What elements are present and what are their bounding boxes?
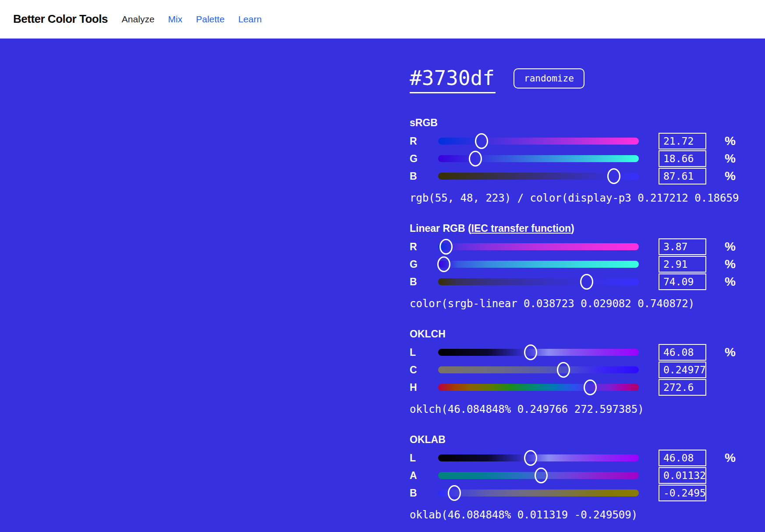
value-input-srgb-g[interactable]: 18.66 (659, 150, 706, 167)
value-input-srgb-b[interactable]: 87.61 (659, 168, 706, 184)
unit-label: % (725, 134, 744, 148)
slider-track-linear-rgb-b[interactable] (438, 278, 639, 285)
channel-label: H (410, 382, 438, 394)
slider-thumb[interactable] (584, 379, 597, 395)
section-title: OKLCH (410, 328, 751, 340)
nav-item-learn[interactable]: Learn (238, 14, 262, 25)
value-input-oklch-h[interactable]: 272.6 (659, 379, 706, 396)
color-preview-background: #3730df randomize sRGBR21.72%G18.66%B87.… (0, 39, 765, 532)
channel-label: B (410, 170, 438, 182)
nav-item-mix[interactable]: Mix (168, 14, 183, 25)
color-section-srgb: sRGBR21.72%G18.66%B87.61%rgb(55, 48, 223… (410, 117, 751, 205)
unit-label: % (725, 257, 744, 271)
slider-track-oklch-c[interactable] (438, 366, 639, 373)
value-input-oklch-l[interactable]: 46.08 (659, 344, 706, 361)
unit-label: % (725, 240, 744, 254)
channel-label: B (410, 276, 438, 288)
slider-thumb[interactable] (580, 274, 593, 290)
channel-label: C (410, 364, 438, 376)
slider-thumb[interactable] (607, 168, 620, 184)
section-title: sRGB (410, 117, 751, 129)
slider-thumb[interactable] (535, 468, 548, 483)
channel-label: L (410, 452, 438, 464)
value-input-oklab-a[interactable]: 0.01132 (659, 467, 706, 484)
channel-row-linear-rgb-b: B74.09% (410, 273, 751, 291)
channel-label: G (410, 259, 438, 270)
channel-row-oklab-a: A0.01132 (410, 467, 751, 484)
value-input-oklch-c[interactable]: 0.24977 (659, 362, 706, 378)
nav-item-analyze[interactable]: Analyze (122, 14, 155, 25)
converter-sections: sRGBR21.72%G18.66%B87.61%rgb(55, 48, 223… (410, 117, 751, 521)
slider-thumb[interactable] (469, 151, 482, 167)
channel-label: B (410, 487, 438, 499)
slider-track-srgb-b[interactable] (438, 173, 639, 180)
slider-thumb[interactable] (448, 485, 461, 501)
css-output-oklch: oklch(46.084848% 0.249766 272.597385) (410, 403, 751, 416)
css-output-srgb: rgb(55, 48, 223) / color(display-p3 0.21… (410, 192, 751, 205)
unit-label: % (725, 275, 744, 289)
hex-input[interactable]: #3730df (410, 66, 496, 93)
channel-label: A (410, 470, 438, 482)
slider-track-oklab-b[interactable] (438, 489, 639, 497)
color-section-linear-rgb: Linear RGB (IEC transfer function)R3.87%… (410, 222, 751, 310)
slider-track-oklab-a[interactable] (438, 472, 639, 479)
unit-label: % (725, 169, 744, 183)
slider-thumb[interactable] (524, 344, 537, 360)
channel-row-linear-rgb-g: G2.91% (410, 255, 751, 273)
randomize-button[interactable]: randomize (514, 68, 584, 89)
section-title: Linear RGB (IEC transfer function) (410, 222, 751, 234)
slider-track-oklab-l[interactable] (438, 454, 639, 461)
slider-thumb[interactable] (524, 450, 537, 466)
css-output-linear-rgb: color(srgb-linear 0.038723 0.029082 0.74… (410, 297, 751, 310)
section-title-link[interactable]: IEC transfer function (471, 223, 571, 234)
channel-label: R (410, 135, 438, 147)
value-input-srgb-r[interactable]: 21.72 (659, 133, 706, 149)
unit-label: % (725, 152, 744, 166)
channel-row-srgb-r: R21.72% (410, 132, 751, 150)
hex-row: #3730df randomize (410, 66, 751, 100)
slider-thumb[interactable] (439, 239, 453, 255)
css-output-oklab: oklab(46.084848% 0.011319 -0.249509) (410, 508, 751, 521)
channel-row-oklch-c: C0.24977 (410, 361, 751, 379)
channel-row-oklch-l: L46.08% (410, 344, 751, 361)
channel-row-linear-rgb-r: R3.87% (410, 238, 751, 255)
channel-label: L (410, 347, 438, 358)
nav-item-palette[interactable]: Palette (196, 14, 224, 25)
slider-track-srgb-g[interactable] (438, 155, 639, 162)
slider-track-oklch-l[interactable] (438, 349, 639, 356)
channel-label: R (410, 241, 438, 253)
value-input-oklab-l[interactable]: 46.08 (659, 450, 706, 466)
value-input-linear-rgb-g[interactable]: 2.91 (659, 256, 706, 273)
main-nav: Analyze Mix Palette Learn (122, 14, 262, 25)
value-input-linear-rgb-b[interactable]: 74.09 (659, 273, 706, 290)
value-input-linear-rgb-r[interactable]: 3.87 (659, 238, 706, 255)
brand-logo[interactable]: Better Color Tools (13, 12, 108, 26)
slider-track-linear-rgb-g[interactable] (438, 261, 639, 268)
value-input-oklab-b[interactable]: -0.2495 (659, 485, 706, 501)
slider-track-linear-rgb-r[interactable] (438, 243, 639, 250)
slider-thumb[interactable] (475, 133, 488, 149)
channel-label: G (410, 153, 438, 165)
channel-row-oklch-h: H272.6 (410, 379, 751, 396)
slider-track-oklch-h[interactable] (438, 384, 639, 391)
color-section-oklch: OKLCHL46.08%C0.24977H272.6oklch(46.08484… (410, 328, 751, 416)
section-title: OKLAB (410, 433, 751, 446)
converter-panel: #3730df randomize sRGBR21.72%G18.66%B87.… (410, 66, 751, 521)
channel-row-srgb-g: G18.66% (410, 150, 751, 167)
unit-label: % (725, 345, 744, 359)
channel-row-oklab-b: B-0.2495 (410, 484, 751, 502)
channel-row-srgb-b: B87.61% (410, 167, 751, 185)
top-navigation: Better Color Tools Analyze Mix Palette L… (0, 0, 765, 39)
slider-track-srgb-r[interactable] (438, 138, 639, 145)
slider-thumb[interactable] (557, 362, 570, 378)
color-section-oklab: OKLABL46.08%A0.01132B-0.2495oklab(46.084… (410, 433, 751, 521)
slider-thumb[interactable] (437, 256, 450, 272)
channel-row-oklab-l: L46.08% (410, 449, 751, 467)
unit-label: % (725, 451, 744, 465)
